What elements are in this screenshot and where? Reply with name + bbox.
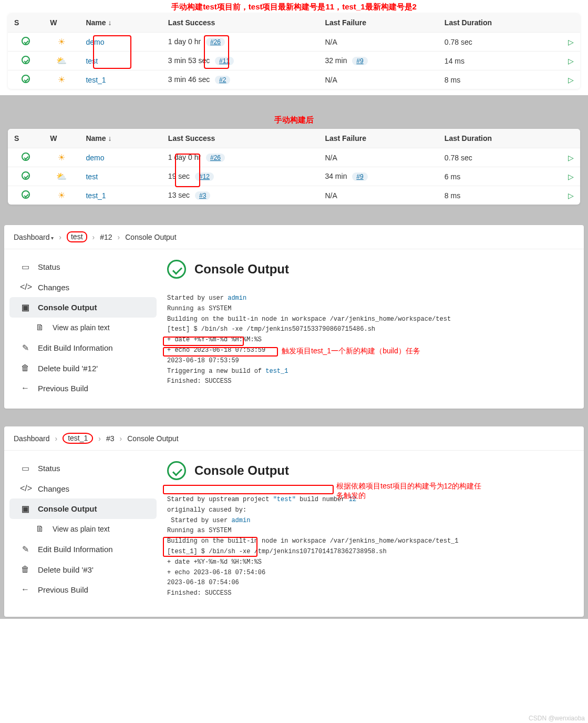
code-icon: </> [20, 282, 30, 292]
th-status[interactable]: S [8, 129, 44, 148]
last-duration-text: 6 ms [445, 172, 460, 181]
sidebar-item-edit-build[interactable]: ✎Edit Build Information [9, 539, 157, 559]
sidebar-item-console-output[interactable]: ▣Console Output [9, 498, 157, 519]
chevron-right-icon: › [55, 434, 58, 443]
trash-icon: 🗑 [20, 363, 30, 373]
annotation-caption-1: 手动构建test项目前，test项目最新构建号是11，test_1最新构建号是2 [0, 0, 588, 13]
sidebar-item-status[interactable]: ▭Status [9, 458, 157, 478]
breadcrumb-project[interactable]: test [67, 231, 87, 242]
last-failure-text: 32 min [325, 56, 347, 65]
build-now-button[interactable]: ▷ [568, 38, 574, 46]
breadcrumb: Dashboard › test › #12 › Console Output [4, 225, 584, 249]
sidebar-item-previous-build[interactable]: ←Previous Build [9, 378, 157, 398]
job-name-link[interactable]: test_1 [86, 191, 106, 200]
build-now-button[interactable]: ▷ [568, 191, 574, 200]
chevron-right-icon: › [98, 434, 101, 443]
terminal-icon: ▣ [20, 504, 30, 514]
sidebar-item-delete-build[interactable]: 🗑Delete build '#3' [9, 559, 157, 579]
th-status[interactable]: S [8, 13, 44, 33]
last-success-build-link[interactable]: #26 [206, 38, 225, 46]
project-link[interactable]: test_1 [265, 368, 288, 375]
weather-cloudy-icon: ⛅ [56, 56, 67, 65]
annotation-upstream: 根据依赖项目test项目的构建号为12的构建任务触发的 [336, 481, 483, 500]
sidebar-item-status[interactable]: ▭Status [9, 257, 157, 277]
arrow-left-icon: ← [20, 383, 30, 393]
th-last-success[interactable]: Last Success [162, 13, 319, 33]
edit-icon: ✎ [20, 544, 30, 554]
breadcrumb-dashboard[interactable]: Dashboard [14, 233, 54, 241]
sidebar-item-view-plain[interactable]: 🗎View as plain text [9, 519, 157, 539]
sidebar-item-previous-build[interactable]: ←Previous Build [9, 579, 157, 599]
sidebar-item-delete-build[interactable]: 🗑Delete build '#12' [9, 358, 157, 378]
document-icon: ▭ [20, 463, 30, 473]
last-failure-build-link[interactable]: #9 [352, 172, 367, 181]
th-last-failure[interactable]: Last Failure [318, 129, 438, 148]
last-failure-text: N/A [325, 154, 337, 162]
last-success-build-link[interactable]: #26 [206, 154, 225, 162]
job-name-link[interactable]: test_1 [86, 76, 106, 84]
th-weather[interactable]: W [44, 13, 79, 33]
breadcrumb-dashboard[interactable]: Dashboard [14, 434, 50, 443]
breadcrumb-console: Console Output [125, 233, 176, 241]
last-failure-build-link[interactable]: #9 [352, 57, 367, 65]
last-success-text: 13 sec [168, 191, 190, 199]
sidebar-item-edit-build[interactable]: ✎Edit Build Information [9, 338, 157, 358]
last-success-build-link[interactable]: #12 [195, 172, 214, 181]
breadcrumb: Dashboard › test_1 › #3 › Console Output [4, 426, 584, 451]
last-duration-text: 8 ms [445, 191, 460, 200]
user-link[interactable]: admin [231, 517, 250, 524]
build-now-button[interactable]: ▷ [568, 172, 574, 181]
success-check-icon [167, 260, 186, 279]
weather-sunny-icon: ☀ [58, 153, 65, 162]
build-now-button[interactable]: ▷ [568, 154, 574, 162]
job-name-link[interactable]: test [86, 57, 98, 65]
job-name-link[interactable]: demo [86, 154, 104, 162]
sidebar-nav: ▭Status </>Changes ▣Console Output 🗎View… [4, 249, 162, 409]
th-name[interactable]: Name ↓ [79, 13, 161, 33]
weather-sunny-icon: ☀ [58, 75, 65, 84]
upstream-project-link[interactable]: "test" [273, 496, 296, 503]
table-row: ☀demo1 day 0 hr #26N/A0.78 sec▷ [8, 148, 580, 167]
breadcrumb-build-num[interactable]: #3 [106, 434, 115, 443]
document-icon: ▭ [20, 262, 30, 272]
job-name-link[interactable]: demo [86, 38, 104, 46]
weather-cloudy-icon: ⛅ [56, 172, 67, 181]
th-last-duration[interactable]: Last Duration [438, 129, 550, 148]
th-last-failure[interactable]: Last Failure [318, 13, 438, 33]
last-duration-text: 0.78 sec [445, 38, 472, 46]
last-success-build-link[interactable]: #3 [195, 191, 210, 200]
last-success-build-link[interactable]: #2 [215, 76, 230, 84]
last-failure-text: N/A [325, 38, 337, 46]
file-icon: 🗎 [35, 524, 45, 534]
last-success-build-link[interactable]: #11 [215, 57, 234, 65]
sidebar-item-console-output[interactable]: ▣Console Output [9, 297, 157, 318]
last-failure-text: N/A [325, 191, 337, 200]
th-last-success[interactable]: Last Success [162, 129, 319, 148]
table-row: ☀test_113 sec #3N/A8 ms▷ [8, 186, 580, 205]
edit-icon: ✎ [20, 343, 30, 353]
last-success-text: 3 min 46 sec [168, 75, 210, 84]
th-last-duration[interactable]: Last Duration [438, 13, 550, 33]
build-now-button[interactable]: ▷ [568, 57, 574, 65]
job-table-after: S W Name ↓ Last Success Last Failure Las… [8, 129, 580, 205]
th-weather[interactable]: W [44, 129, 79, 148]
sidebar-item-changes[interactable]: </>Changes [9, 277, 157, 297]
sidebar-item-view-plain[interactable]: 🗎View as plain text [9, 318, 157, 338]
trash-icon: 🗑 [20, 565, 30, 574]
breadcrumb-project[interactable]: test_1 [63, 433, 93, 444]
status-success-icon [22, 190, 30, 199]
page-title: Console Output [194, 463, 289, 478]
job-name-link[interactable]: test [86, 172, 98, 181]
build-now-button[interactable]: ▷ [568, 76, 574, 84]
arrow-left-icon: ← [20, 585, 30, 594]
weather-sunny-icon: ☀ [58, 37, 65, 46]
sidebar-item-changes[interactable]: </>Changes [9, 478, 157, 498]
file-icon: 🗎 [35, 323, 45, 332]
sidebar-nav: ▭Status </>Changes ▣Console Output 🗎View… [4, 451, 162, 617]
console-output-page-1: Dashboard › test › #12 › Console Output … [4, 225, 584, 409]
last-duration-text: 14 ms [445, 57, 465, 65]
user-link[interactable]: admin [228, 294, 246, 302]
breadcrumb-build-num[interactable]: #12 [100, 233, 112, 241]
th-name[interactable]: Name ↓ [79, 129, 161, 148]
last-failure-text: 34 min [325, 172, 347, 180]
